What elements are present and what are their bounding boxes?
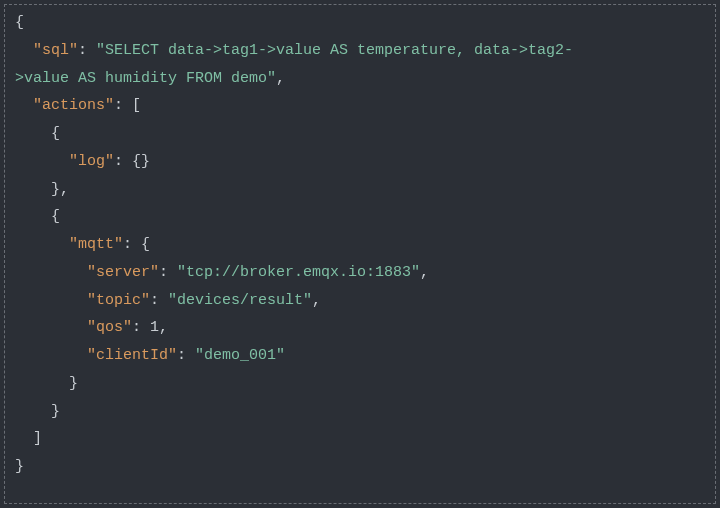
brace-close: }: [15, 458, 24, 475]
indent: [15, 347, 87, 364]
colon: :: [177, 347, 195, 364]
key-qos: "qos": [87, 319, 132, 336]
json-code[interactable]: { "sql": "SELECT data->tag1->value AS te…: [15, 9, 705, 481]
value-topic: "devices/result": [168, 292, 312, 309]
indent: [15, 236, 69, 253]
indent: [15, 125, 51, 142]
brace-open: {: [51, 125, 60, 142]
brace-close: }: [51, 181, 60, 198]
colon: :: [78, 42, 96, 59]
indent: [15, 292, 87, 309]
colon: :: [114, 97, 132, 114]
key-sql: "sql": [33, 42, 78, 59]
colon: :: [114, 153, 132, 170]
indent: [15, 375, 69, 392]
indent: [15, 403, 51, 420]
comma: ,: [60, 181, 69, 198]
value-sql-part1: "SELECT data->tag1->value AS temperature…: [96, 42, 573, 59]
colon: :: [132, 319, 150, 336]
colon: :: [123, 236, 141, 253]
key-actions: "actions": [33, 97, 114, 114]
indent: [15, 264, 87, 281]
indent: [15, 208, 51, 225]
colon: :: [150, 292, 168, 309]
key-clientid: "clientId": [87, 347, 177, 364]
indent: [15, 430, 33, 447]
indent: [15, 153, 69, 170]
indent: [15, 181, 51, 198]
key-server: "server": [87, 264, 159, 281]
bracket-close: ]: [33, 430, 42, 447]
indent: [15, 319, 87, 336]
brace-close: }: [51, 403, 60, 420]
indent: [15, 42, 33, 59]
value-server: "tcp://broker.emqx.io:1883": [177, 264, 420, 281]
code-block: { "sql": "SELECT data->tag1->value AS te…: [4, 4, 716, 504]
comma: ,: [159, 319, 168, 336]
comma: ,: [420, 264, 429, 281]
colon: :: [159, 264, 177, 281]
key-mqtt: "mqtt": [69, 236, 123, 253]
empty-obj: {}: [132, 153, 150, 170]
brace-open: {: [141, 236, 150, 253]
indent: [15, 97, 33, 114]
brace-open: {: [15, 14, 24, 31]
brace-open: {: [51, 208, 60, 225]
comma: ,: [312, 292, 321, 309]
value-qos: 1: [150, 319, 159, 336]
comma: ,: [276, 70, 285, 87]
value-clientid: "demo_001": [195, 347, 285, 364]
value-sql-part2: >value AS humidity FROM demo": [15, 70, 276, 87]
key-topic: "topic": [87, 292, 150, 309]
bracket-open: [: [132, 97, 141, 114]
brace-close: }: [69, 375, 78, 392]
key-log: "log": [69, 153, 114, 170]
